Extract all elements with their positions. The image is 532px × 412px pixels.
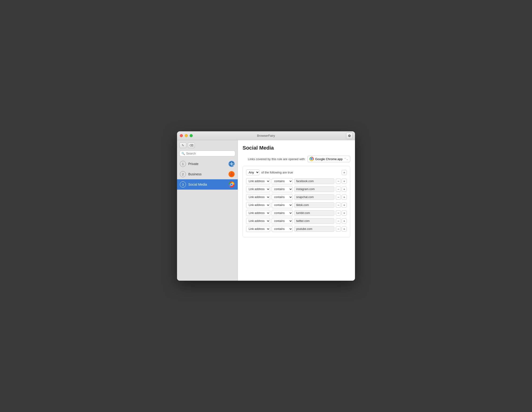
rules-container: Any of the following are true + Link add… [243, 166, 350, 237]
chrome-icon [310, 157, 314, 161]
minus-icon: − [337, 227, 339, 231]
plus-icon: + [343, 219, 345, 223]
rule-field-select[interactable]: Link address [246, 186, 270, 192]
search-input[interactable] [186, 152, 233, 155]
browser-select[interactable]: Google Chrome.app ⌃⌄ [307, 156, 350, 162]
rule-actions: − + [336, 218, 347, 224]
rule-row: Link address contains tumblr.com − + [246, 210, 347, 216]
rule-condition-select[interactable]: contains [272, 226, 293, 232]
sidebar-label-social: Social Media [188, 183, 228, 186]
rule-field-select[interactable]: Link address [246, 178, 270, 184]
private-browser-icon [228, 160, 235, 167]
rule-actions: − + [336, 203, 347, 208]
search-box[interactable]: 🔍 [179, 150, 235, 156]
edit-icon: ✎ [182, 144, 184, 147]
traffic-lights [180, 134, 193, 137]
remove-rule-button[interactable]: − [336, 179, 341, 184]
rule-condition-select[interactable]: contains [272, 194, 293, 200]
remove-rule-button[interactable]: − [336, 195, 341, 200]
rule-field-select[interactable]: Link address [246, 210, 270, 216]
sidebar-item-business[interactable]: 2 Business [177, 169, 238, 179]
add-rule-button[interactable]: + [342, 203, 347, 208]
sidebar-label-private: Private [188, 162, 228, 166]
remove-rule-button[interactable]: − [336, 226, 341, 232]
sidebar: ✎ ⌫ 🔍 1 Private [177, 140, 238, 281]
remove-rule-button[interactable]: − [336, 210, 341, 215]
main-content: Social Media Links covered by this rule … [238, 140, 355, 281]
rule-value: tiktok.com [294, 202, 334, 208]
plus-icon: + [343, 187, 345, 191]
delete-rule-button[interactable]: ⌫ [188, 142, 195, 148]
plus-icon: + [343, 211, 345, 215]
rule-field-select[interactable]: Link address [246, 202, 270, 208]
rule-condition-select[interactable]: contains [272, 210, 293, 216]
settings-button[interactable]: ⚙ [346, 132, 353, 139]
plus-icon: + [343, 195, 345, 199]
browser-select-value: Google Chrome.app [315, 157, 342, 161]
item-number-2: 2 [180, 171, 186, 177]
sidebar-item-private[interactable]: 1 Private [177, 159, 238, 169]
minus-icon: − [337, 179, 339, 183]
trash-icon: ⌫ [190, 144, 193, 147]
item-number-3: 3 [180, 181, 186, 187]
rule-value: snapchat.com [294, 194, 334, 200]
remove-rule-button[interactable]: − [336, 203, 341, 208]
titlebar: BrowserFairy ⚙ [177, 131, 355, 140]
rule-field-select[interactable]: Link address [246, 194, 270, 200]
rule-condition-select[interactable]: contains [272, 202, 293, 208]
browser-selector-row: Links covered by this rule are opened wi… [243, 156, 350, 162]
browser-selector-label: Links covered by this rule are opened wi… [248, 157, 305, 161]
rule-actions: − + [336, 187, 347, 192]
rule-row: Link address contains youtube.com − + [246, 226, 347, 232]
window-body: ✎ ⌫ 🔍 1 Private [177, 140, 355, 281]
chevron-updown-icon: ⌃⌄ [344, 158, 348, 160]
remove-rule-button[interactable]: − [336, 187, 341, 192]
search-icon: 🔍 [181, 152, 185, 155]
gear-icon: ⚙ [348, 134, 351, 138]
minus-icon: − [337, 203, 339, 207]
rule-condition-select[interactable]: contains [272, 218, 293, 224]
rule-row: Link address contains twitter.com − + [246, 218, 347, 224]
rule-row: Link address contains tiktok.com − + [246, 202, 347, 208]
remove-rule-button[interactable]: − [336, 218, 341, 224]
rule-row: Link address contains instagram.com − + [246, 186, 347, 192]
rule-actions: − + [336, 179, 347, 184]
sidebar-item-social-media[interactable]: 3 Social Media [177, 179, 238, 190]
maximize-button[interactable] [190, 134, 193, 137]
sidebar-toolbar: ✎ ⌫ [177, 142, 238, 150]
rules-list: Link address contains facebook.com − + L… [246, 178, 347, 232]
rule-actions: − + [336, 195, 347, 200]
rule-field-select[interactable]: Link address [246, 226, 270, 232]
add-rule-button[interactable]: + [342, 218, 347, 224]
rule-condition-select[interactable]: contains [272, 186, 293, 192]
plus-icon: + [343, 179, 345, 183]
business-browser-icon [228, 171, 235, 178]
rule-field-select[interactable]: Link address [246, 218, 270, 224]
new-rule-button[interactable]: ✎ [179, 142, 186, 148]
add-rule-button[interactable]: + [342, 195, 347, 200]
rule-actions: − + [336, 226, 347, 232]
add-rule-button[interactable]: + [342, 210, 347, 215]
minus-icon: − [337, 219, 339, 223]
add-rule-button[interactable]: + [342, 226, 347, 232]
page-title: Social Media [243, 145, 350, 151]
rule-row: Link address contains snapchat.com − + [246, 194, 347, 200]
add-rule-button[interactable]: + [342, 179, 347, 184]
add-rule-button[interactable]: + [342, 187, 347, 192]
rule-value: instagram.com [294, 186, 334, 192]
svg-point-9 [231, 184, 233, 186]
rule-condition-select[interactable]: contains [272, 178, 293, 184]
plus-icon: + [343, 171, 345, 174]
close-button[interactable] [180, 134, 183, 137]
rule-value: facebook.com [294, 178, 334, 184]
rule-row: Link address contains facebook.com − + [246, 178, 347, 184]
add-rule-group-button[interactable]: + [342, 170, 347, 175]
item-number-1: 1 [180, 161, 186, 167]
rules-header: Any of the following are true + [246, 169, 347, 175]
plus-icon: + [343, 203, 345, 207]
window-title: BrowserFairy [257, 134, 275, 137]
any-select[interactable]: Any [246, 169, 259, 175]
social-browser-icon [228, 181, 235, 188]
minimize-button[interactable] [185, 134, 188, 137]
rule-actions: − + [336, 210, 347, 215]
